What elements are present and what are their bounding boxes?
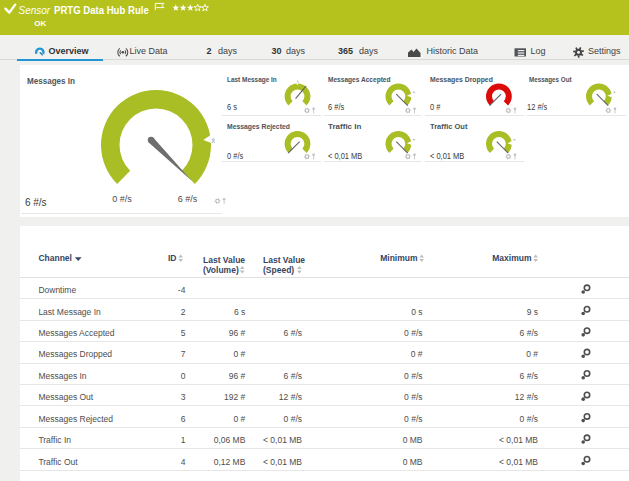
svg-text:x̄: x̄ [212, 137, 216, 144]
